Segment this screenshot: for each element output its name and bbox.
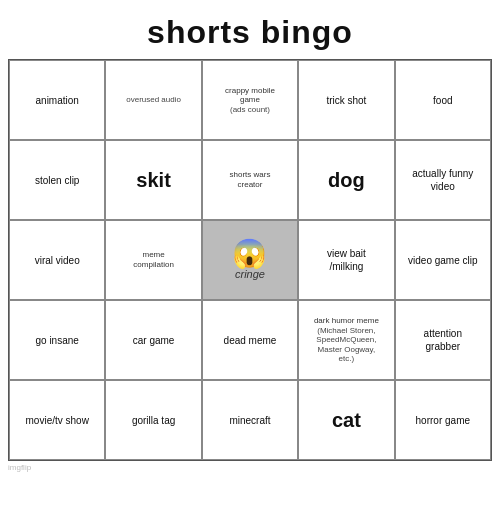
cell-r3c1: car game [105,300,201,380]
cell-header: shorts wars creator [230,170,271,189]
cell-header: meme compilation [133,250,173,269]
cell-subtext: (Michael Storen, SpeedMcQueen, Master Oo… [316,326,376,364]
cell-r1c3: dog [298,140,394,220]
cell-text: stolen clip [35,174,79,187]
watermark: imgflip [8,461,492,472]
cell-r4c1: gorilla tag [105,380,201,460]
cell-subtext: (ads count) [230,105,270,115]
cell-r3c4: attention grabber [395,300,491,380]
card-title: shorts bingo [8,8,492,59]
cell-r3c3: dark humor meme(Michael Storen, SpeedMcQ… [298,300,394,380]
bingo-grid: animationoverused audiocrappy mobile gam… [8,59,492,461]
cell-r4c3: cat [298,380,394,460]
cell-r1c1: skit [105,140,201,220]
cell-r3c2: dead meme [202,300,298,380]
cell-r1c0: stolen clip [9,140,105,220]
cell-r4c2: minecraft [202,380,298,460]
cell-r0c1: overused audio [105,60,201,140]
cell-text: go insane [36,334,79,347]
cell-r4c0: movie/tv show [9,380,105,460]
cell-r2c2: 😱cringe [202,220,298,300]
cell-text: animation [36,94,79,107]
cell-text: gorilla tag [132,414,175,427]
cell-big-text: cat [332,409,361,432]
cell-text: minecraft [229,414,270,427]
cell-header: crappy mobile game [225,86,275,105]
cell-text: food [433,94,452,107]
cell-text: trick shot [326,94,366,107]
cell-text: video game clip [408,254,477,267]
cell-text: movie/tv show [26,414,89,427]
cell-text: actually funny video [412,167,473,193]
cell-big-text: dog [328,169,365,192]
cell-r4c4: horror game [395,380,491,460]
cringe-label: cringe [235,268,265,280]
cell-r2c0: viral video [9,220,105,300]
cell-r0c2: crappy mobile game(ads count) [202,60,298,140]
cell-big-text: skit [136,169,170,192]
cell-text: overused audio [126,95,181,105]
cell-header: dark humor meme [314,316,379,326]
cell-text: viral video [35,254,80,267]
bingo-card: shorts bingo animationoverused audiocrap… [0,0,500,514]
cell-r1c4: actually funny video [395,140,491,220]
cell-r2c4: video game clip [395,220,491,300]
cell-text: dead meme [224,334,277,347]
cell-text: attention grabber [424,327,462,353]
cell-r2c3: view bait /milking [298,220,394,300]
cell-text: view bait /milking [327,247,366,273]
cell-r0c3: trick shot [298,60,394,140]
cell-r2c1: meme compilation [105,220,201,300]
cell-r0c4: food [395,60,491,140]
cell-r1c2: shorts wars creator [202,140,298,220]
cell-text: car game [133,334,175,347]
cell-r3c0: go insane [9,300,105,380]
cell-r0c0: animation [9,60,105,140]
cell-text: horror game [416,414,470,427]
cringe-emoji: 😱 [232,240,267,268]
